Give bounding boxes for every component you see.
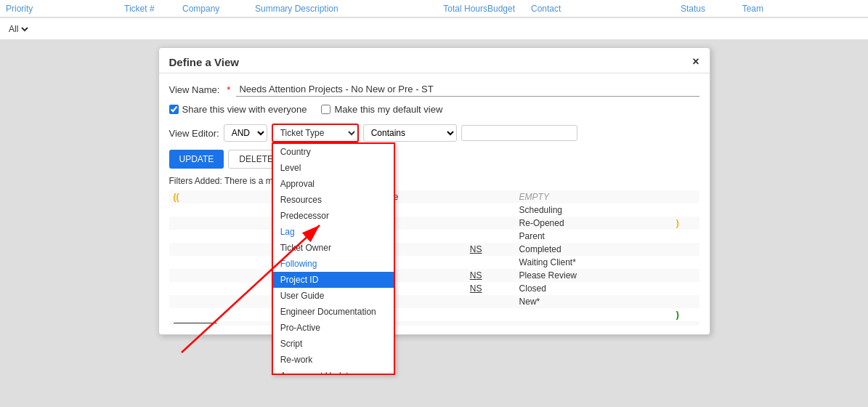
cell-value: Please Review: [515, 269, 672, 282]
default-checkbox[interactable]: [321, 105, 330, 114]
table-row: (( Resource EMPTY: [169, 190, 699, 204]
cell-ns: [466, 295, 515, 308]
cell-close: [672, 282, 699, 295]
dropdown-item[interactable]: Following: [273, 256, 394, 272]
editor-row: View Editor: AND OR Ticket Type CountryL…: [169, 124, 699, 142]
cell-close: [672, 230, 699, 243]
cell-close: ): [672, 217, 699, 230]
table-row: AND Status ): [169, 308, 699, 321]
table-row: AND Status NS Closed: [169, 282, 699, 295]
priority-filter-select[interactable]: All: [6, 23, 31, 35]
view-name-label: View Name:: [169, 84, 220, 95]
modal-header: Define a View ×: [159, 48, 710, 73]
cell-close: [672, 204, 699, 217]
cell-ns: [466, 230, 515, 243]
table-row: OR Status Scheduling: [169, 204, 699, 217]
cell-value: [515, 308, 672, 321]
buttons-row: UPDATE DELETE CANCE: [169, 150, 699, 169]
col-summary[interactable]: Summary Description: [255, 4, 415, 14]
dropdown-item[interactable]: Agreement Update: [273, 368, 394, 375]
dropdown-item[interactable]: Ticket Owner: [273, 240, 394, 256]
col-budget[interactable]: Budget: [487, 4, 531, 14]
dropdown-item[interactable]: Project ID: [273, 272, 394, 288]
cell-ns: NS: [466, 269, 515, 282]
cell-value: Waiting Client*: [515, 256, 672, 269]
share-label: Share this view with everyone: [182, 104, 307, 115]
dropdown-item[interactable]: Lag: [273, 224, 394, 240]
table-row: OR Status Re-Opened ): [169, 217, 699, 230]
cell-close: [672, 256, 699, 269]
filters-header: Filters Added: There is a max: [169, 176, 699, 186]
column-headers: Priority Ticket # Company Summary Descri…: [0, 0, 868, 18]
view-name-row: View Name: *: [169, 82, 699, 97]
share-checkbox-item[interactable]: Share this view with everyone: [169, 104, 307, 115]
modal-body: View Name: * Share this view with everyo…: [159, 73, 710, 334]
share-checkbox[interactable]: [169, 105, 179, 114]
col-company[interactable]: Company: [182, 4, 255, 14]
field-select[interactable]: Ticket Type: [272, 124, 359, 142]
cell-value: Scheduling: [515, 204, 672, 217]
cell-ns: [466, 217, 515, 230]
cell-close: [672, 295, 699, 308]
cell-value: Re-Opened: [515, 217, 672, 230]
table-row: AND Status NS Please Review: [169, 269, 699, 282]
main-area: Define a View × View Name: * Share this …: [0, 40, 868, 407]
dropdown-item[interactable]: Resources: [273, 192, 394, 208]
col-status[interactable]: Status: [589, 4, 705, 14]
cell-ns: [466, 256, 515, 269]
dropdown-item[interactable]: Pro-Active: [273, 320, 394, 336]
field-dropdown-list: CountryLevelApprovalResourcesPredecessor…: [272, 142, 395, 375]
condition-select[interactable]: Contains Does Not Contain Equals Not Equ…: [363, 124, 457, 142]
value-input[interactable]: [461, 125, 577, 141]
dropdown-item[interactable]: Level: [273, 160, 394, 176]
modal-title: Define a View: [169, 56, 239, 68]
cell-value: New*: [515, 295, 672, 308]
table-row: AND Status New*: [169, 295, 699, 308]
default-checkbox-item[interactable]: Make this my default view: [321, 104, 442, 115]
dropdown-item[interactable]: Re-work: [273, 352, 394, 368]
view-name-input[interactable]: [236, 82, 699, 97]
cell-value: Parent: [515, 230, 672, 243]
field-select-wrapper: Ticket Type CountryLevelApprovalResource…: [272, 124, 359, 142]
cell-close: [672, 190, 699, 204]
close-button[interactable]: ×: [692, 55, 699, 68]
logic-select[interactable]: AND OR: [224, 124, 267, 142]
cell-value: Completed: [515, 243, 672, 256]
define-view-modal: Define a View × View Name: * Share this …: [158, 47, 710, 335]
modal-overlay: Define a View × View Name: * Share this …: [0, 40, 868, 407]
dropdown-item[interactable]: Predecessor: [273, 208, 394, 224]
filters-header-text: Filters Added: There is a max: [169, 176, 283, 186]
checkboxes-row: Share this view with everyone Make this …: [169, 104, 699, 115]
table-row: [169, 321, 699, 326]
col-ticket[interactable]: Ticket #: [124, 4, 182, 14]
col-contact[interactable]: Contact: [531, 4, 589, 14]
required-star: *: [227, 84, 230, 95]
col-priority[interactable]: Priority: [6, 4, 124, 14]
table-row: AND Status NS Completed: [169, 243, 699, 256]
dropdown-item[interactable]: Script: [273, 336, 394, 352]
cell-ns: NS: [466, 282, 515, 295]
table-row: AND Level Parent: [169, 230, 699, 243]
cell-close: ): [672, 308, 699, 321]
dropdown-item[interactable]: Country: [273, 144, 394, 160]
dropdown-item[interactable]: Engineer Documentation: [273, 304, 394, 320]
dropdown-item[interactable]: User Guide: [273, 288, 394, 304]
cell-value2: [466, 190, 515, 204]
cell-value: Closed: [515, 282, 672, 295]
cell-ns: [466, 204, 515, 217]
cell-value: EMPTY: [515, 190, 672, 204]
col-totalhours[interactable]: Total Hours: [415, 4, 487, 14]
default-label: Make this my default view: [334, 104, 442, 115]
col-team[interactable]: Team: [705, 4, 763, 14]
cell-close: [672, 269, 699, 282]
table-row: AND Status Waiting Client*: [169, 256, 699, 269]
cell-ns: NS: [466, 243, 515, 256]
cell-close: [672, 243, 699, 256]
dropdown-item[interactable]: Approval: [273, 176, 394, 192]
cell-ns: [466, 308, 515, 321]
filter-row: All: [0, 18, 868, 40]
editor-label: View Editor:: [169, 128, 219, 139]
update-button[interactable]: UPDATE: [169, 150, 224, 169]
filters-table: (( Resource EMPTY OR Status Scheduling O…: [169, 190, 699, 326]
